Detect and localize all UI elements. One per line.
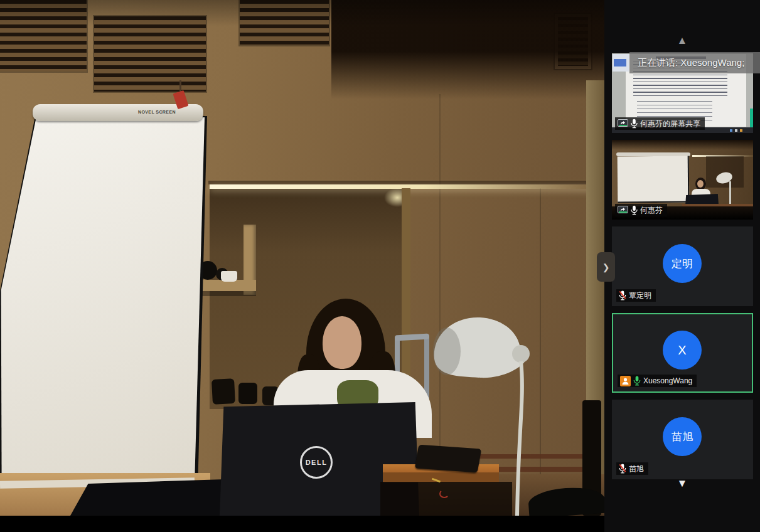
participant-name: 何惠芬的屏幕共享 — [640, 119, 700, 129]
mic-on-icon — [631, 119, 638, 129]
participant-label: 覃定明 — [616, 289, 656, 302]
wall-seam — [540, 188, 541, 474]
participant-label: 何惠芬的屏幕共享 — [615, 117, 705, 130]
dark-object — [238, 383, 257, 404]
participant-name: 何惠芬 — [640, 205, 663, 216]
dark-object — [211, 378, 235, 405]
mic-active-icon — [633, 376, 641, 386]
mini-presenter-face — [697, 180, 704, 188]
chevron-right-icon: ❯ — [602, 262, 610, 272]
tile-participant-active[interactable]: X XuesongWang — [612, 313, 753, 393]
dell-logo-text: DELL — [306, 459, 328, 466]
participant-name: 苗旭 — [629, 464, 644, 474]
white-cup — [221, 271, 237, 282]
participant-name: XuesongWang — [643, 376, 692, 385]
projector-screen — [0, 117, 207, 485]
tile-room-video[interactable]: 何惠芬 — [612, 140, 753, 220]
mic-muted-icon — [619, 290, 626, 301]
meeting-window: NOVEL SCREEN DELL — [0, 0, 760, 532]
participant-label: 何惠芬 — [615, 204, 667, 216]
avatar-initials: 定明 — [672, 257, 693, 271]
mini-room-shadow — [612, 140, 753, 150]
avatar: X — [663, 331, 702, 370]
avatar: 定明 — [663, 244, 702, 283]
tile-participant[interactable]: 定明 覃定明 — [612, 226, 753, 306]
share-mini-window-content — [614, 59, 626, 66]
screen-share-icon — [618, 119, 628, 128]
mini-projector-screen — [618, 156, 690, 203]
vignette — [0, 0, 604, 26]
participant-name: 覃定明 — [629, 290, 651, 301]
taskbar-dot — [740, 129, 742, 132]
screen-share-icon — [618, 206, 628, 215]
avatar-initials: X — [678, 343, 686, 358]
taskbar-dot — [735, 129, 737, 132]
screen-brand-text: NOVEL SCREEN — [138, 110, 176, 114]
sidebar-collapse-button[interactable]: ❯ — [597, 252, 615, 282]
lecture-room-scene: NOVEL SCREEN DELL — [0, 0, 604, 516]
host-badge-icon — [620, 376, 631, 386]
mic-muted-icon — [619, 464, 626, 474]
avatar: 苗旭 — [663, 417, 702, 456]
share-accent — [750, 109, 753, 127]
avatar-initials: 苗旭 — [672, 430, 693, 444]
wall-vent-panel — [94, 16, 206, 92]
tile-participant[interactable]: 苗旭 苗旭 — [612, 400, 753, 479]
scroll-up-button[interactable]: ▲ — [604, 35, 760, 46]
main-video[interactable]: NOVEL SCREEN DELL — [0, 0, 604, 532]
floor-lamp — [427, 309, 533, 516]
active-speaker-notification: 正在讲话: XuesongWang; — [629, 52, 760, 73]
participant-label: XuesongWang — [618, 375, 697, 387]
dell-logo: DELL — [300, 446, 333, 479]
presenter-face — [323, 316, 361, 369]
mic-on-icon — [631, 205, 638, 215]
participants-sidebar: ▲ — [604, 0, 760, 532]
scroll-down-button[interactable]: ▼ — [604, 478, 760, 489]
taskbar-dot — [730, 129, 732, 132]
participant-label: 苗旭 — [616, 462, 648, 475]
